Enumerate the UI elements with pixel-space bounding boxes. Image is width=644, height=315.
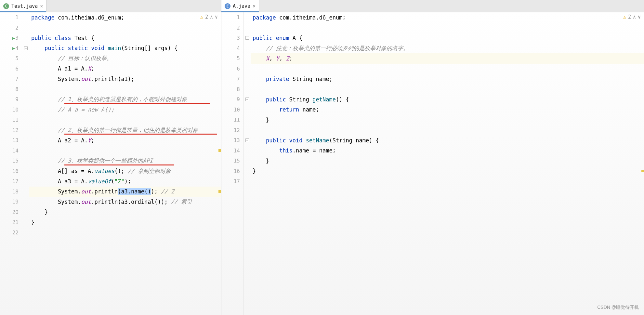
tab-a-java[interactable]: E A.java ×: [221, 0, 259, 12]
code-editor-left[interactable]: 123▶4▶5678910111213141516171819202122 ⚠ …: [0, 12, 221, 315]
code-line[interactable]: [29, 115, 221, 125]
code-token: Z: [286, 55, 289, 62]
code-token: public class: [31, 35, 74, 41]
code-token: com.itheima.d6_enum;: [279, 14, 346, 21]
code-line[interactable]: System.out.println(a3.ordinal()); // 索引: [29, 197, 221, 207]
line-number: 4: [221, 43, 243, 54]
code-line[interactable]: this.name = name;: [251, 146, 644, 156]
code-editor-right[interactable]: 1234567891011121314151617 ⚠ 2 ∧ ∨ packag…: [221, 12, 644, 315]
close-icon[interactable]: ×: [253, 3, 256, 9]
code-line[interactable]: [29, 228, 221, 238]
fold-toggle-icon[interactable]: [245, 138, 249, 142]
line-number: 13: [221, 135, 243, 146]
code-line[interactable]: [251, 125, 644, 136]
code-token: [253, 55, 266, 62]
fold-toggle-icon[interactable]: [245, 98, 249, 101]
line-number: 1: [0, 12, 22, 23]
tab-label: A.java: [233, 3, 250, 9]
line-number: 17: [221, 176, 243, 187]
annotation-underline: [64, 103, 210, 104]
code-line[interactable]: }: [29, 217, 221, 228]
fold-cell: [22, 156, 29, 166]
code-line[interactable]: // 注意：枚举类的第一行必须罗列的是枚举对象的名字。: [251, 43, 644, 54]
code-line[interactable]: [251, 84, 644, 95]
fold-cell: [22, 64, 29, 74]
code-line[interactable]: [29, 84, 221, 95]
code-line[interactable]: [251, 64, 644, 74]
code-area-left[interactable]: ⚠ 2 ∧ ∨ package com.itheima.d6_enum;publ…: [29, 12, 221, 315]
warning-stripe[interactable]: [641, 170, 644, 172]
code-token: Test {: [74, 35, 94, 41]
code-line[interactable]: public void setName(String name) {: [251, 135, 644, 146]
code-token: Y: [276, 55, 279, 62]
line-number: 16: [0, 166, 22, 177]
close-icon[interactable]: ×: [40, 3, 43, 9]
code-line[interactable]: public String getName() {: [251, 94, 644, 105]
code-line[interactable]: public static void main(String[] args) {: [29, 43, 221, 54]
code-line[interactable]: System.out.println(a1);: [29, 74, 221, 84]
fold-cell: [22, 207, 29, 217]
editor-pane-right: E A.java × 1234567891011121314151617 ⚠ 2…: [221, 0, 644, 315]
warning-stripe[interactable]: [218, 149, 221, 152]
code-line[interactable]: // 目标：认识枚举。: [29, 53, 221, 64]
code-token: }: [253, 117, 269, 123]
annotation-underline: [64, 164, 174, 165]
code-token: A a2 = A.: [31, 137, 88, 144]
fold-cell: [243, 146, 251, 156]
code-line[interactable]: A[] as = A.values(); // 拿到全部对象: [29, 166, 221, 177]
code-line[interactable]: package com.itheima.d6_enum;: [29, 12, 221, 23]
code-token: // 索引: [171, 198, 192, 205]
code-token: public void: [266, 137, 306, 144]
code-line[interactable]: package com.itheima.d6_enum;: [251, 12, 644, 23]
code-line[interactable]: // 1、枚举类的构造器是私有的，不能对外创建对象: [29, 94, 221, 105]
code-token: (a3.name(): [118, 188, 151, 195]
fold-cell: [243, 33, 251, 43]
code-line[interactable]: X, Y, Z;: [251, 53, 644, 64]
code-line[interactable]: // A a = new A();: [29, 105, 221, 115]
code-line[interactable]: // 3、枚举类提供一个一些额外的API: [29, 156, 221, 166]
code-line[interactable]: }: [251, 166, 644, 177]
code-token: ;: [91, 137, 94, 144]
fold-cell: [243, 105, 251, 115]
code-line[interactable]: A a1 = A.X;: [29, 64, 221, 74]
run-gutter-icon[interactable]: ▶: [12, 35, 15, 41]
warning-stripe[interactable]: [218, 190, 221, 193]
code-line[interactable]: A a3 = A.valueOf("Z");: [29, 176, 221, 187]
fold-toggle-icon[interactable]: [245, 36, 249, 40]
code-line[interactable]: // 2、枚举类的第一行都是常量，记住的是枚举类的对象: [29, 125, 221, 136]
code-line[interactable]: [29, 146, 221, 156]
gutter-left: 123▶4▶5678910111213141516171819202122: [0, 12, 22, 315]
fold-cell: [22, 197, 29, 207]
line-number: 9: [0, 94, 22, 105]
code-line[interactable]: return name;: [251, 105, 644, 115]
code-line[interactable]: private String name;: [251, 74, 644, 84]
code-token: this: [279, 147, 293, 154]
line-number: 12: [0, 125, 22, 136]
code-line[interactable]: }: [251, 115, 644, 125]
code-area-right[interactable]: ⚠ 2 ∧ ∨ package com.itheima.d6_enum;publ…: [251, 12, 644, 315]
code-line[interactable]: }: [29, 207, 221, 217]
fold-cell: [243, 74, 251, 84]
class-icon: C: [3, 3, 9, 9]
code-line[interactable]: [251, 176, 644, 187]
code-token: // 3、枚举类提供一个一些额外的API: [58, 157, 153, 164]
tab-test-java[interactable]: C Test.java ×: [0, 0, 46, 12]
code-line[interactable]: [251, 23, 644, 33]
line-number: 8: [0, 84, 22, 95]
code-line[interactable]: [29, 23, 221, 33]
fold-cell: [243, 176, 251, 187]
code-line[interactable]: }: [251, 156, 644, 166]
code-line[interactable]: A a2 = A.Y;: [29, 135, 221, 146]
code-line[interactable]: public class Test {: [29, 33, 221, 43]
code-token: package: [31, 14, 58, 21]
line-number: 11: [0, 115, 22, 125]
line-number: 22: [0, 228, 22, 238]
code-token: ;: [91, 65, 94, 72]
code-token: String: [289, 96, 313, 103]
code-token: // A a = new A();: [58, 106, 114, 113]
fold-toggle-icon[interactable]: [24, 46, 28, 50]
code-line[interactable]: public enum A {: [251, 33, 644, 43]
run-gutter-icon[interactable]: ▶: [12, 46, 15, 51]
fold-cell: [22, 125, 29, 136]
code-line[interactable]: System.out.println(a3.name()); // Z: [29, 187, 221, 197]
